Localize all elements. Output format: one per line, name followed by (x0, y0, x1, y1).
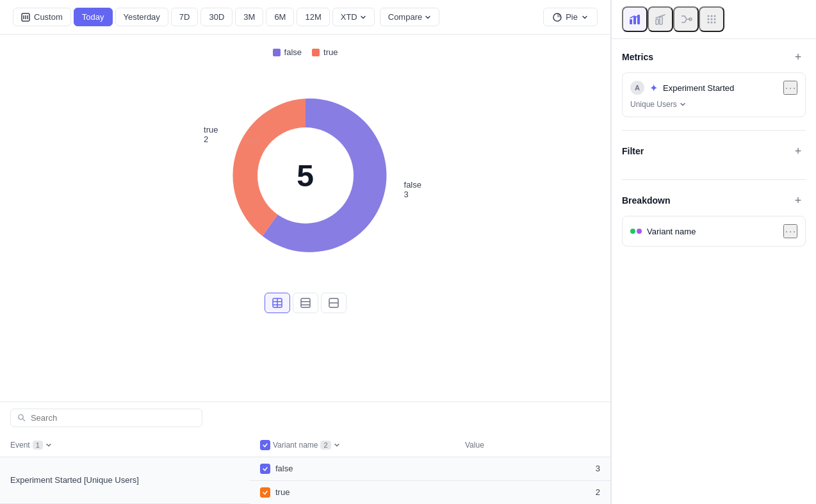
donut-chart: 5 true 2 false 3 (200, 70, 411, 281)
metric-more-button[interactable]: ⋯ (783, 81, 797, 95)
svg-point-26 (711, 15, 713, 17)
svg-point-25 (708, 15, 710, 17)
search-wrapper[interactable] (10, 409, 202, 427)
svg-rect-10 (301, 298, 310, 307)
grid-icon (705, 13, 718, 26)
bar-chart-icon-button[interactable] (648, 6, 673, 32)
sidebar-body: Metrics + A ✦ Experiment Started ⋯ Uniqu… (612, 39, 816, 257)
variant-false-cell: false (250, 457, 455, 480)
flow-icon-button[interactable] (673, 6, 699, 32)
search-icon (17, 413, 26, 422)
divider-1 (622, 130, 806, 131)
breakdown-more-button[interactable]: ⋯ (783, 224, 797, 238)
svg-point-33 (714, 22, 716, 24)
search-input[interactable] (31, 413, 195, 423)
chart-legend: false true (273, 47, 338, 57)
7d-button[interactable]: 7D (171, 8, 199, 26)
svg-point-28 (708, 19, 710, 20)
true-label: true 2 (204, 125, 218, 144)
true-checkbox[interactable] (260, 487, 270, 498)
chart-area: false true 5 (0, 35, 610, 402)
metrics-section: Metrics + A ✦ Experiment Started ⋯ Uniqu… (622, 49, 806, 117)
variant-sort-button[interactable]: Variant name 2 (260, 440, 340, 450)
flow-icon (680, 13, 692, 26)
chart-type-icon-button[interactable] (622, 6, 648, 32)
metrics-title: Metrics (622, 52, 653, 62)
metric-card: A ✦ Experiment Started ⋯ Unique Users (622, 72, 806, 117)
value-column-header: Value (455, 434, 610, 457)
custom-button[interactable]: Custom (13, 8, 71, 26)
false-checkbox[interactable] (260, 464, 270, 474)
svg-rect-18 (633, 17, 636, 24)
metric-sub[interactable]: Unique Users (630, 100, 797, 109)
data-table: Event 1 Variant name 2 (0, 434, 610, 505)
custom-label: Custom (34, 12, 63, 22)
event-sort-button[interactable]: Event 1 (10, 441, 52, 450)
filter-header: Filter + (622, 143, 806, 159)
breakdown-section: Breakdown + Variant name ⋯ (622, 193, 806, 247)
view-toggles (265, 293, 347, 313)
legend-true: true (312, 47, 338, 57)
variant-checkbox[interactable] (260, 440, 270, 450)
breakdown-name: Variant name (647, 227, 778, 236)
variant-column-header: Variant name 2 (250, 434, 455, 457)
breakdown-dots (630, 229, 642, 234)
event-column-header: Event 1 (0, 434, 250, 457)
legend-true-dot (312, 49, 320, 56)
variant-true-cell: true (250, 480, 455, 504)
svg-point-31 (708, 22, 710, 24)
svg-rect-21 (660, 17, 662, 24)
metric-avatar: A (630, 81, 644, 95)
breakdown-card: Variant name ⋯ (622, 216, 806, 247)
donut-center-value: 5 (297, 158, 314, 193)
6m-button[interactable]: 6M (266, 8, 294, 26)
sidebar-icon-nav (612, 0, 816, 39)
search-bar (0, 402, 610, 434)
filter-section: Filter + (622, 143, 806, 167)
minimal-table-toggle[interactable] (321, 293, 347, 313)
insights-icon (628, 13, 641, 26)
3m-button[interactable]: 3M (235, 8, 263, 26)
add-metric-button[interactable]: + (790, 49, 806, 65)
filter-title: Filter (622, 146, 644, 156)
full-table-toggle[interactable] (265, 293, 290, 313)
svg-rect-20 (656, 19, 658, 24)
false-value-cell: 3 (455, 457, 610, 480)
breakdown-title: Breakdown (622, 195, 670, 206)
table-section: Event 1 Variant name 2 (0, 402, 610, 505)
compact-table-toggle[interactable] (293, 293, 318, 313)
metrics-header: Metrics + (622, 49, 806, 65)
add-filter-button[interactable]: + (790, 143, 806, 159)
30d-button[interactable]: 30D (200, 8, 233, 26)
variant-chevron-icon (334, 442, 340, 448)
toolbar: Custom Today Yesterday 7D 30D 3M 6M 12M … (0, 0, 610, 35)
compare-button[interactable]: Compare (380, 8, 439, 26)
today-button[interactable]: Today (74, 8, 113, 26)
event-name-cell: Experiment Started [Unique Users] (0, 457, 250, 504)
12m-button[interactable]: 12M (297, 8, 329, 26)
svg-point-15 (19, 414, 23, 419)
breakdown-dot-purple (637, 229, 642, 234)
pie-button[interactable]: Pie (543, 8, 598, 26)
add-breakdown-button[interactable]: + (790, 193, 806, 208)
svg-point-27 (714, 15, 716, 17)
xtd-button[interactable]: XTD (332, 8, 375, 26)
breakdown-dot-green (630, 229, 635, 234)
sparkle-icon: ✦ (649, 82, 658, 94)
legend-false-dot (273, 49, 281, 56)
metric-chevron-icon (680, 101, 686, 108)
svg-rect-17 (630, 19, 632, 24)
yesterday-button[interactable]: Yesterday (115, 8, 168, 26)
svg-rect-19 (637, 15, 640, 24)
breakdown-header: Breakdown + (622, 193, 806, 208)
metric-name: Experiment Started (663, 83, 778, 93)
grid-icon-button[interactable] (699, 6, 724, 32)
svg-point-29 (711, 19, 713, 20)
sidebar: Metrics + A ✦ Experiment Started ⋯ Uniqu… (611, 0, 816, 504)
svg-point-30 (714, 19, 716, 20)
svg-line-16 (23, 419, 25, 421)
bar-chart-icon (654, 13, 667, 26)
chevron-down-icon (45, 442, 52, 448)
metric-card-header: A ✦ Experiment Started ⋯ (630, 81, 797, 95)
divider-2 (622, 179, 806, 180)
